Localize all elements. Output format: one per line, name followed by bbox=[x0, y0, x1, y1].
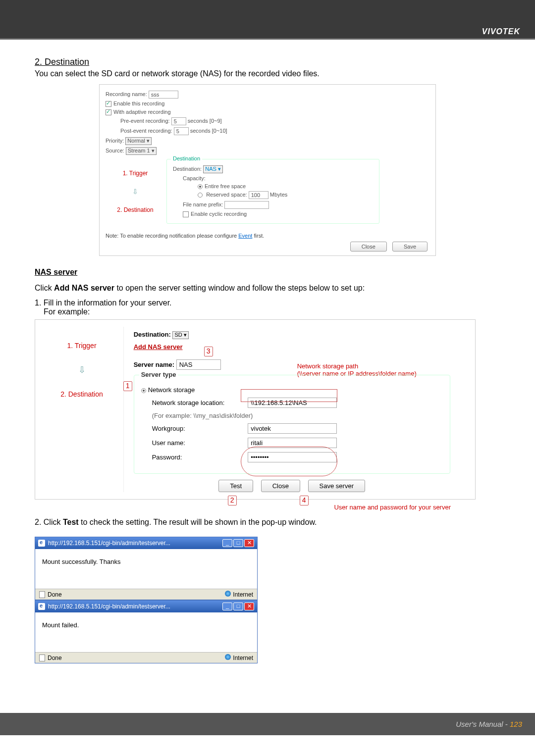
ie-icon bbox=[38, 540, 45, 547]
mark-2: 2 bbox=[228, 496, 237, 505]
p2-step-destination: 2. Destination bbox=[42, 390, 121, 398]
section-title: 2. Destination bbox=[35, 57, 500, 67]
cyclic-label: Enable cyclic recording bbox=[191, 211, 247, 217]
p2-step-trigger: 1. Trigger bbox=[42, 342, 121, 350]
mbytes-label: Mbytes bbox=[270, 192, 287, 198]
nas-heading: NAS server bbox=[35, 268, 500, 277]
server-type-legend: Server type bbox=[139, 371, 178, 378]
ann-user: User name and password for your server bbox=[35, 504, 451, 511]
popup-url: http://192.168.5.151/cgi-bin/admin/tests… bbox=[48, 603, 170, 610]
popup-body-ok: Mount successfully. Thanks bbox=[35, 549, 257, 589]
pw-label: Password: bbox=[152, 454, 246, 461]
status-internet: Internet bbox=[233, 655, 253, 661]
recording-panel: Recording name: sss Enable this recordin… bbox=[99, 84, 436, 256]
nas-text-bold: Add NAS server bbox=[54, 284, 114, 292]
globe-icon bbox=[225, 654, 231, 660]
reserved-label: Reserved space: bbox=[206, 192, 247, 198]
capacity-label: Capacity: bbox=[173, 175, 373, 181]
server-name-input[interactable]: NAS bbox=[176, 359, 221, 370]
event-link[interactable]: Event bbox=[238, 233, 252, 239]
source-select[interactable]: Stream 1 ▾ bbox=[126, 147, 157, 155]
nas-panel: 1. Trigger ⇩ 2. Destination Destination:… bbox=[35, 319, 476, 500]
minimize-icon[interactable]: _ bbox=[222, 539, 232, 547]
dest-select[interactable]: NAS ▾ bbox=[203, 165, 223, 173]
page-number: 123 bbox=[510, 720, 522, 728]
p2-dest-select[interactable]: SD ▾ bbox=[172, 331, 188, 339]
down-arrow-icon: ⇩ bbox=[106, 188, 165, 196]
minimize-icon[interactable]: _ bbox=[222, 603, 232, 610]
close-button[interactable]: Close bbox=[350, 242, 387, 252]
recording-name-label: Recording name: bbox=[106, 91, 147, 97]
destination-group: Destination Destination: NAS ▾ Capacity:… bbox=[166, 159, 379, 224]
ie-icon bbox=[38, 603, 45, 610]
post-input[interactable]: 5 bbox=[174, 127, 189, 135]
status-done: Done bbox=[48, 655, 62, 661]
test-line-post: to check the setting. The result will be… bbox=[79, 518, 317, 526]
close-icon[interactable]: ✕ bbox=[244, 603, 254, 610]
pre-hint: seconds [0~9] bbox=[188, 118, 222, 124]
enable-checkbox[interactable] bbox=[106, 101, 111, 107]
maximize-icon[interactable]: □ bbox=[233, 539, 243, 547]
prefix-input[interactable] bbox=[224, 201, 269, 209]
adaptive-label: With adaptive recording bbox=[113, 109, 171, 115]
page-icon bbox=[39, 591, 45, 598]
priority-select[interactable]: Normal ▾ bbox=[125, 137, 152, 145]
maximize-icon[interactable]: □ bbox=[233, 603, 243, 610]
ns-label: Network storage bbox=[148, 386, 195, 394]
globe-icon bbox=[225, 591, 231, 597]
save-button[interactable]: Save bbox=[392, 242, 428, 252]
user-label: User name: bbox=[152, 439, 246, 447]
page-icon bbox=[39, 655, 45, 661]
priority-label: Priority: bbox=[106, 138, 124, 144]
nsloc-label: Network storage location: bbox=[152, 399, 246, 406]
test-line-pre: 2. Click bbox=[35, 518, 63, 526]
server-name-label: Server name: bbox=[134, 361, 174, 368]
mark-3: 3 bbox=[204, 347, 213, 356]
popup-body-fail: Mount failed. bbox=[35, 612, 257, 652]
popup-success: http://192.168.5.151/cgi-bin/admin/tests… bbox=[35, 537, 258, 600]
nas-text-pre: Click bbox=[35, 284, 54, 292]
reserved-input[interactable]: 100 bbox=[249, 191, 268, 199]
ann-box-cred bbox=[241, 447, 337, 476]
destination-legend: Destination bbox=[171, 155, 202, 161]
down-arrow-icon: ⇩ bbox=[42, 364, 121, 375]
add-nas-link[interactable]: Add NAS server bbox=[134, 343, 183, 351]
wg-label: Workgroup: bbox=[152, 425, 246, 432]
popup-fail: http://192.168.5.151/cgi-bin/admin/tests… bbox=[35, 600, 258, 663]
server-type-group: Server type 1 Network storage Network st… bbox=[134, 375, 450, 474]
close2-button[interactable]: Close bbox=[261, 480, 300, 492]
source-label: Source: bbox=[106, 148, 124, 153]
p2-steps: 1. Trigger ⇩ 2. Destination bbox=[42, 327, 121, 413]
pre-input[interactable]: 5 bbox=[171, 117, 186, 125]
section-intro: You can select the SD card or network st… bbox=[35, 69, 500, 78]
enable-label: Enable this recording bbox=[113, 101, 164, 106]
close-icon[interactable]: ✕ bbox=[244, 539, 254, 547]
post-label: Post-event recording: bbox=[120, 128, 172, 134]
adaptive-checkbox[interactable] bbox=[106, 109, 111, 115]
brand-label: VIVOTEK bbox=[0, 0, 535, 36]
pre-label: Pre-event recording: bbox=[120, 118, 170, 124]
test-button[interactable]: Test bbox=[218, 480, 253, 492]
status-done: Done bbox=[48, 591, 62, 598]
dest-label: Destination: bbox=[173, 166, 202, 172]
wg-input[interactable]: vivotek bbox=[248, 423, 337, 434]
footer-label: User's Manual - bbox=[456, 720, 510, 728]
post-hint: seconds [0~10] bbox=[190, 128, 227, 134]
recording-name-input[interactable]: sss bbox=[149, 91, 178, 99]
reserved-radio[interactable] bbox=[198, 193, 203, 198]
popup-titlebar: http://192.168.5.151/cgi-bin/admin/tests… bbox=[35, 537, 257, 549]
nas-example: For example: bbox=[35, 307, 500, 316]
footer-bar: User's Manual - 123 bbox=[0, 713, 535, 735]
ann-box-path bbox=[241, 389, 337, 402]
header-bar: VIVOTEK bbox=[0, 0, 535, 40]
ns-radio[interactable] bbox=[141, 388, 146, 393]
note-text: Note: To enable recording notification p… bbox=[106, 233, 237, 239]
save-server-button[interactable]: Save server bbox=[308, 480, 365, 492]
p2-dest-label: Destination: bbox=[134, 331, 171, 338]
page-body: 2. Destination You can select the SD car… bbox=[0, 40, 535, 673]
note-after: first. bbox=[254, 233, 264, 239]
entire-radio[interactable] bbox=[198, 184, 203, 189]
cyclic-checkbox[interactable] bbox=[183, 211, 189, 217]
entire-label: Entire free space bbox=[205, 183, 246, 189]
popup-titlebar: http://192.168.5.151/cgi-bin/admin/tests… bbox=[35, 601, 257, 612]
